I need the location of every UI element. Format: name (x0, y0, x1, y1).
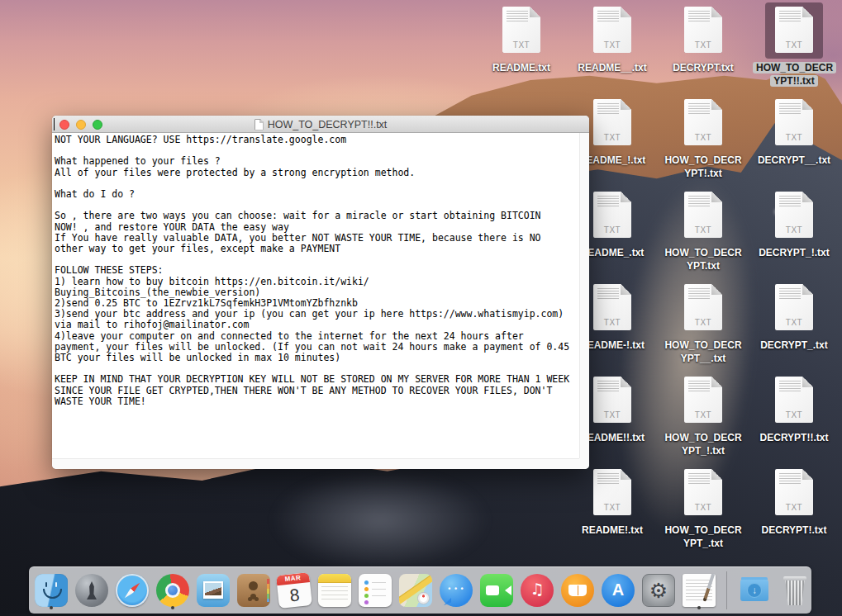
txt-file-icon: TXT (502, 7, 540, 53)
file-type-badge: TXT (684, 410, 722, 419)
calendar-icon[interactable]: MAR8 (277, 571, 312, 609)
document-icon (255, 119, 264, 130)
file-name-label: DECRYPT_.txt (753, 339, 835, 352)
desktop-icon[interactable]: TXTDECRYPT.txt (658, 7, 749, 74)
itunes-icon-art (521, 574, 554, 607)
desktop-icon[interactable]: TXTHOW_TO_DECRYPT_!.txt (658, 377, 749, 457)
desktop-icon[interactable]: TXTREADME__.txt (567, 7, 658, 74)
txt-file-icon: TXT (593, 192, 631, 238)
file-type-badge: TXT (684, 225, 722, 235)
file-type-badge: TXT (684, 40, 722, 50)
dock: MAR8↓ (29, 566, 811, 614)
desktop-icon[interactable]: TXTREADME.txt (476, 7, 567, 74)
file-type-badge: TXT (684, 133, 722, 142)
file-name-label: HOW_TO_DECRYPT__.txt (662, 339, 744, 365)
desktop-icon[interactable]: TXTREADME!.txt (567, 469, 658, 537)
messages-icon[interactable] (439, 571, 473, 609)
file-type-badge: TXT (593, 410, 631, 419)
txt-file-icon: TXT (775, 284, 813, 330)
desktop-icon[interactable]: TXTHOW_TO_DECRYPT_.txt (658, 469, 749, 550)
notes-icon-art (318, 574, 351, 607)
finder-icon[interactable] (34, 571, 69, 609)
textedit-window: HOW_TO_DECRYPT!!.txt NOT YOUR LANGUAGE? … (52, 116, 589, 469)
downloads-icon[interactable]: ↓ (737, 571, 772, 609)
txt-file-icon: TXT (684, 284, 722, 330)
mail-icon[interactable] (196, 571, 231, 609)
maps-icon-art (399, 574, 432, 607)
txt-file-icon: TXT (775, 7, 813, 53)
file-name-label: HOW_TO_DECRYPT!.txt (662, 154, 744, 180)
file-type-badge: TXT (775, 503, 813, 512)
reminders-icon[interactable] (358, 571, 392, 609)
reminders-icon-art (359, 574, 392, 607)
desktop-icon[interactable]: TXTDECRYPT!.txt (749, 469, 840, 537)
desktop-icon[interactable]: TXTHOW_TO_DECRYPT__.txt (658, 284, 749, 365)
txt-file-icon: TXT (593, 469, 631, 515)
file-type-badge: TXT (502, 40, 540, 50)
file-name-label: HOW_TO_DECRYPT_.txt (662, 524, 744, 550)
desktop-icon[interactable]: TXTHOW_TO_DECRYPT!.txt (658, 99, 749, 180)
itunes-icon[interactable] (520, 571, 554, 609)
calendar-day-text: 8 (277, 582, 312, 609)
downloads-icon-art: ↓ (738, 574, 771, 607)
file-type-badge: TXT (593, 225, 631, 235)
desktop-icon[interactable]: TXTDECRYPT_!.txt (749, 192, 840, 259)
file-name-label: HOW_TO_DECRYPT!!.txt (753, 61, 835, 88)
desktop-icon[interactable]: TXTHOW_TO_DECRYPT!!.txt (749, 7, 840, 88)
file-name-label: HOW_TO_DECRYPT.txt (662, 246, 744, 272)
facetime-icon[interactable] (479, 571, 514, 609)
file-type-badge: TXT (593, 503, 631, 512)
vertical-scrollbar[interactable] (579, 133, 589, 458)
horizontal-scrollbar[interactable] (52, 458, 579, 469)
system-preferences-icon[interactable] (641, 571, 676, 609)
appstore-icon-art (602, 574, 635, 607)
ibooks-icon-art (561, 574, 594, 607)
desktop-icon[interactable]: TXTDECRYPT__.txt (749, 99, 840, 167)
file-type-badge: TXT (775, 133, 813, 142)
file-name-label: README!.txt (571, 524, 654, 537)
file-type-badge: TXT (684, 503, 722, 512)
launchpad-icon[interactable] (74, 571, 109, 609)
file-name-label: DECRYPT!.txt (753, 524, 835, 537)
file-type-badge: TXT (775, 225, 813, 235)
textedit-icon[interactable] (682, 571, 716, 609)
finder-icon-art (35, 574, 68, 607)
maps-icon[interactable] (398, 571, 433, 609)
file-name-label: DECRYPT__.txt (753, 154, 835, 167)
file-name-label: README__.txt (571, 61, 654, 74)
txt-file-icon: TXT (775, 469, 813, 515)
txt-file-icon: TXT (684, 192, 722, 238)
file-name-label: README.txt (480, 61, 563, 74)
messages-icon-art (440, 574, 473, 607)
txt-file-icon: TXT (775, 192, 813, 238)
running-indicator-dot (697, 606, 701, 609)
download-arrow-icon: ↓ (747, 583, 762, 598)
txt-file-icon: TXT (775, 377, 813, 423)
appstore-icon[interactable] (601, 571, 635, 609)
chrome-icon[interactable] (155, 571, 190, 609)
textedit-icon-art (683, 574, 716, 607)
desktop-icon[interactable]: TXTHOW_TO_DECRYPT.txt (658, 192, 749, 272)
file-type-badge: TXT (775, 410, 813, 419)
file-type-badge: TXT (593, 40, 631, 50)
desktop-icon[interactable]: TXTDECRYPT!!.txt (749, 377, 840, 444)
safari-icon[interactable] (115, 571, 150, 609)
txt-file-icon: TXT (684, 377, 722, 423)
running-indicator-dot (171, 606, 174, 609)
file-type-badge: TXT (775, 318, 813, 327)
file-name-label: DECRYPT_!.txt (753, 246, 835, 259)
file-type-badge: TXT (593, 318, 631, 327)
contacts-icon[interactable] (236, 571, 271, 609)
dock-separator (726, 571, 727, 609)
safari-icon-art (116, 574, 149, 607)
ibooks-icon[interactable] (560, 571, 595, 609)
txt-file-icon: TXT (593, 284, 631, 330)
trash-icon[interactable] (778, 571, 812, 609)
desktop-icon[interactable]: TXTDECRYPT_.txt (749, 284, 840, 352)
file-type-badge: TXT (593, 133, 631, 142)
text-editor-content[interactable]: NOT YOUR LANGUAGE? USE https://translate… (52, 133, 579, 458)
window-titlebar[interactable]: HOW_TO_DECRYPT!!.txt (52, 116, 589, 133)
notes-icon[interactable] (317, 571, 352, 609)
txt-file-icon: TXT (684, 99, 722, 145)
txt-file-icon: TXT (593, 7, 631, 53)
